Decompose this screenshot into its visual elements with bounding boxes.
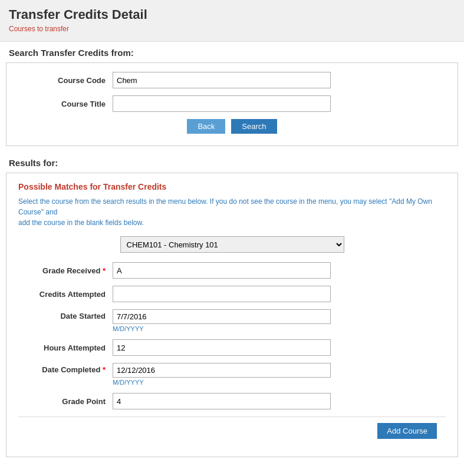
grade-point-row: Grade Point xyxy=(18,393,446,409)
results-desc-line1: Select the course from the search result… xyxy=(18,197,432,216)
page-subtitle: Courses to transfer xyxy=(9,25,455,33)
hours-attempted-row: Hours Attempted xyxy=(18,339,446,356)
grade-point-label: Grade Point xyxy=(18,397,113,406)
search-section-title: Search Transfer Credits from: xyxy=(0,42,464,62)
course-code-row: Course Code xyxy=(18,72,446,88)
date-completed-label: Date Completed xyxy=(18,363,113,374)
date-started-hint: M/D/YYYY xyxy=(113,325,331,332)
course-dropdown-row: CHEM101 - Chemistry 101 Add My Own Cours… xyxy=(18,236,446,253)
course-title-input[interactable] xyxy=(113,95,331,112)
course-code-label: Course Code xyxy=(18,76,113,85)
results-description: Select the course from the search result… xyxy=(18,196,446,228)
grade-received-row: Grade Received xyxy=(18,262,446,279)
credits-attempted-label: Credits Attempted xyxy=(18,290,113,299)
search-box: Course Code Course Title Back Search xyxy=(6,62,458,146)
results-desc-line2: add the course in the blank fields below… xyxy=(18,219,144,227)
course-code-input[interactable] xyxy=(113,72,331,88)
date-started-input[interactable] xyxy=(113,309,331,324)
date-started-label: Date Started xyxy=(18,309,113,320)
grade-received-label: Grade Received xyxy=(18,266,113,275)
search-button[interactable]: Search xyxy=(231,119,277,134)
course-title-row: Course Title xyxy=(18,95,446,112)
date-completed-wrapper: M/D/YYYY xyxy=(113,363,331,386)
hours-attempted-label: Hours Attempted xyxy=(18,343,113,352)
date-started-row: Date Started M/D/YYYY xyxy=(18,309,446,332)
course-dropdown[interactable]: CHEM101 - Chemistry 101 Add My Own Cours… xyxy=(120,236,344,253)
date-completed-hint: M/D/YYYY xyxy=(113,379,331,386)
date-completed-input[interactable] xyxy=(113,363,331,378)
add-course-bar: Add Course xyxy=(18,416,446,445)
results-section-title: Results for: xyxy=(0,152,464,173)
grade-point-input[interactable] xyxy=(113,393,331,409)
back-button[interactable]: Back xyxy=(187,119,225,134)
course-title-label: Course Title xyxy=(18,100,113,108)
page-header: Transfer Credits Detail Courses to trans… xyxy=(0,0,464,42)
results-section: Possible Matches for Transfer Credits Se… xyxy=(6,173,458,457)
search-button-row: Back Search xyxy=(18,119,446,134)
credits-attempted-row: Credits Attempted xyxy=(18,286,446,302)
grade-received-input[interactable] xyxy=(113,262,331,279)
add-course-button[interactable]: Add Course xyxy=(377,423,437,439)
date-started-wrapper: M/D/YYYY xyxy=(113,309,331,332)
date-completed-row: Date Completed M/D/YYYY xyxy=(18,363,446,386)
hours-attempted-input[interactable] xyxy=(113,339,331,356)
results-box-title: Possible Matches for Transfer Credits xyxy=(18,182,446,191)
credits-attempted-input[interactable] xyxy=(113,286,331,302)
page-title: Transfer Credits Detail xyxy=(9,7,455,22)
